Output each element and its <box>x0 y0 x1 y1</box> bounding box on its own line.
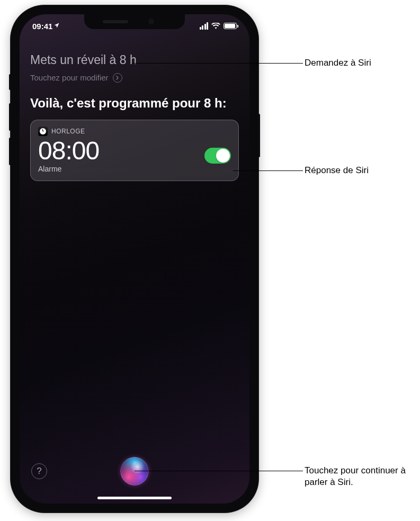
status-time: 09:41 <box>32 22 52 31</box>
siri-help-button[interactable]: ? <box>31 463 47 479</box>
volume-down-button[interactable] <box>9 138 11 165</box>
tap-to-edit-label: Touchez pour modifier <box>30 73 109 82</box>
alarm-card[interactable]: HORLOGE 08:00 Alarme <box>30 120 239 181</box>
location-icon <box>53 22 60 30</box>
chevron-right-icon <box>113 73 122 83</box>
alarm-label: Alarme <box>38 165 99 173</box>
tap-to-edit[interactable]: Touchez pour modifier <box>30 73 239 83</box>
mute-switch[interactable] <box>9 74 11 90</box>
home-indicator[interactable] <box>97 497 172 499</box>
side-button[interactable] <box>258 114 260 157</box>
alarm-toggle[interactable] <box>204 148 231 164</box>
cellular-icon <box>200 22 209 30</box>
siri-orb-button[interactable] <box>120 457 149 486</box>
wifi-icon <box>211 23 220 29</box>
question-mark-icon: ? <box>37 466 41 477</box>
alarm-time: 08:00 <box>38 138 99 164</box>
notch <box>84 14 185 29</box>
iphone-frame: 09:41 Mets un réveil à 8 h Touchez pour … <box>11 5 258 513</box>
battery-icon <box>224 23 237 29</box>
clock-app-icon <box>38 127 48 136</box>
volume-up-button[interactable] <box>9 103 11 131</box>
card-app-name: HORLOGE <box>51 128 85 135</box>
siri-user-request: Mets un réveil à 8 h <box>30 52 239 68</box>
siri-response-text: Voilà, c'est programmé pour 8 h: <box>30 95 239 111</box>
screen: 09:41 Mets un réveil à 8 h Touchez pour … <box>20 14 249 504</box>
